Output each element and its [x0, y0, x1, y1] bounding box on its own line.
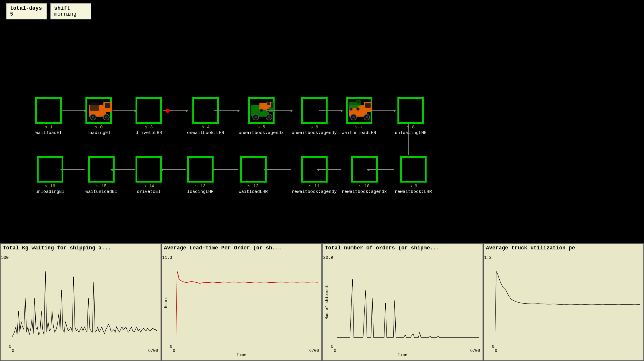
state-label-s8: unloadingLHR	[395, 130, 427, 135]
state-s1: s-1 waitloadEI	[35, 97, 62, 135]
state-id-s9: s-9	[409, 184, 417, 189]
chart-utilization-ymax: 1.2	[484, 255, 492, 260]
state-label-s3: drivetoLHR	[136, 130, 162, 135]
chart-leadtime-xmin: 0	[173, 348, 175, 353]
state-label-s10: rewaitbook:agendx	[342, 189, 387, 194]
state-box-s3	[136, 97, 162, 124]
state-id-s5: s-5	[257, 125, 265, 130]
orange-truck-s0	[87, 99, 114, 122]
chart-utilization-svg	[495, 258, 640, 348]
total-days-value: 5	[10, 11, 43, 17]
chart-leadtime: Average Lead-Time Per Order (or sh... 11…	[161, 243, 322, 361]
state-id-s4: s-4	[202, 125, 210, 130]
state-s3: s-3 drivetoLHR	[136, 97, 162, 135]
state-label-s15: waitunloadEI	[85, 189, 117, 194]
arrow-s4-s5: ▶	[214, 110, 238, 111]
state-label-sk: waitunloadLHR	[342, 130, 376, 135]
shift-value: morning	[54, 11, 87, 17]
svg-rect-17	[267, 102, 270, 105]
arrow-sk-s8: ▶	[369, 110, 394, 111]
state-box-s11	[301, 156, 328, 183]
green-truck-overlay-sk	[348, 99, 362, 112]
state-s13: s-13 loadingLHR	[187, 156, 214, 194]
state-label-s1: waitloadEI	[35, 130, 62, 135]
chart-leadtime-svg	[176, 258, 318, 348]
state-s6: s-6 onwaitbook:agendy	[292, 97, 337, 135]
state-label-s9: rewaitbook:LHR	[395, 189, 432, 194]
state-box-s10	[351, 156, 378, 183]
arrow-s13-s14: ◀	[163, 169, 186, 170]
state-label-s13: loadingLHR	[187, 189, 214, 194]
shift-box: shift morning	[50, 3, 91, 19]
chart-kg-yzero: 0	[9, 344, 11, 349]
state-s4: s-4 onwaitbook:LHR	[187, 97, 224, 135]
state-box-s12	[240, 156, 267, 183]
chart-kg-waiting: Total Kg waiting for shipping a... 500 0…	[0, 243, 161, 361]
chart-kg-body: 500 0 0 6700	[1, 252, 161, 358]
chart-orders-svg	[337, 258, 479, 348]
state-label-s12: waitloadLHR	[239, 189, 268, 194]
chart-orders-title: Total number of orders (or shipme...	[323, 244, 483, 252]
state-id-s11: s-11	[309, 184, 320, 189]
shift-label: shift	[54, 5, 87, 11]
svg-rect-29	[357, 101, 359, 103]
state-s16: s-16 unloadingEI	[35, 156, 65, 194]
svg-point-6	[105, 116, 108, 118]
chart-utilization-yzero: 0	[492, 344, 494, 349]
state-id-s14: s-14	[143, 184, 154, 189]
svg-rect-7	[90, 102, 99, 111]
state-box-sk	[346, 97, 372, 124]
chart-orders-xmax: 6700	[470, 348, 480, 353]
chart-leadtime-title: Average Lead-Time Per Order (or sh...	[162, 244, 322, 252]
chart-orders-xlabel: Time	[397, 352, 407, 357]
chart-orders: Total number of orders (or shipme... 20.…	[322, 243, 483, 361]
state-box-s16	[37, 156, 63, 183]
svg-point-14	[268, 116, 270, 118]
chart-leadtime-ylabel: Hours	[164, 297, 168, 308]
state-id-s15: s-15	[96, 184, 107, 189]
state-label-s16: unloadingEI	[35, 189, 65, 194]
state-s12: s-12 waitloadLHR	[239, 156, 268, 194]
svg-point-5	[92, 116, 94, 118]
state-box-s1	[35, 97, 62, 124]
state-box-s13	[187, 156, 214, 183]
state-s5: s-5 onwaitbook:agendx	[239, 97, 284, 135]
state-id-s13: s-13	[195, 184, 206, 189]
state-s10: s-10 rewaitbook:agendx	[342, 156, 387, 194]
chart-kg-xmin: 0	[12, 348, 14, 353]
state-id-s3: s-3	[145, 125, 153, 130]
state-id-s12: s-12	[248, 184, 259, 189]
arrow-s8-s9-down: ▼	[408, 124, 409, 155]
arrow-s5-s6: ▶	[266, 110, 291, 111]
arrow-s0-s3: ▶	[113, 110, 135, 111]
chart-utilization-title: Average truck utilization pe	[484, 244, 644, 252]
svg-point-13	[255, 116, 257, 118]
arrow-s1-s0: ▶	[62, 110, 85, 111]
svg-rect-2	[105, 103, 110, 108]
chart-kg-title: Total Kg waiting for shipping a...	[1, 244, 161, 252]
state-box-s9	[400, 156, 427, 183]
info-boxes-container: total-days 5 shift morning	[6, 3, 91, 19]
state-label-s6: onwaitbook:agendy	[292, 130, 337, 135]
total-days-label: total-days	[10, 5, 43, 11]
chart-utilization-body: 1.2 0 0	[484, 252, 644, 358]
chart-orders-ymax: 20.9	[323, 255, 333, 260]
state-id-sk: s-k	[355, 125, 363, 130]
arrow-s6-sk: ▶	[319, 110, 341, 111]
state-id-s6: s-6	[310, 125, 318, 130]
chart-orders-xmin: 0	[334, 348, 336, 353]
chart-kg-svg	[12, 258, 157, 348]
svg-point-31	[356, 107, 359, 111]
state-s11: s-11 rewaitbook:agendy	[292, 156, 337, 194]
chart-orders-yzero: 0	[331, 344, 333, 349]
arrow-s3-s4: ▶	[163, 110, 186, 111]
state-label-s14: drivetoEI	[137, 189, 161, 194]
state-label-s0: loadingEI	[87, 130, 110, 135]
state-id-s1: s-1	[45, 125, 53, 130]
state-s9: s-9 rewaitbook:LHR	[395, 156, 432, 194]
state-s0: s-0 loadingEI	[85, 97, 112, 135]
chart-orders-body: 20.9 Num of shipment 0 0 6700 Time	[323, 252, 483, 358]
svg-point-30	[349, 107, 353, 111]
svg-rect-22	[365, 103, 371, 108]
chart-leadtime-body: 11.3 Hours 0 0 6700 Time	[162, 252, 322, 358]
